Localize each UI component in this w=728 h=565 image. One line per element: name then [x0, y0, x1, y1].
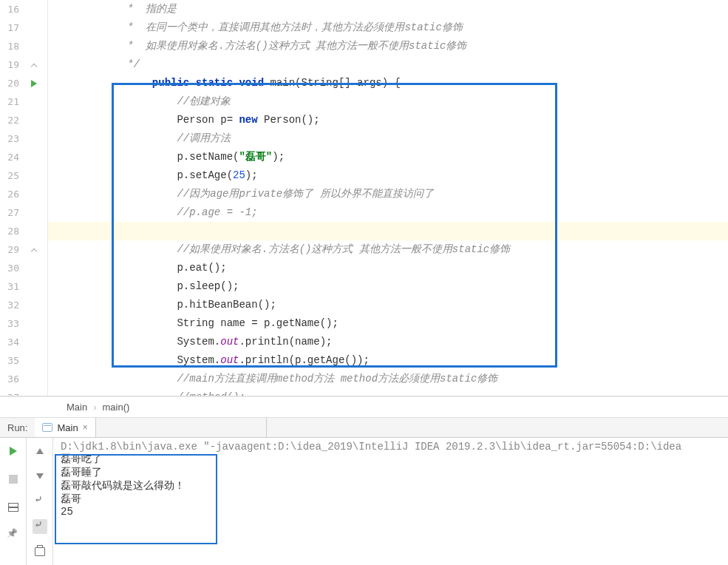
command-line: D:\jdk1.8\bin\java.exe "-javaagent:D:\id…: [61, 441, 721, 453]
play-icon: [10, 447, 17, 456]
code-line[interactable]: p.eat();: [48, 259, 728, 277]
line-number: 20: [0, 78, 22, 89]
wrap-icon: [34, 496, 46, 507]
gutter: 1617181920212223242526272829303132333435…: [0, 0, 48, 396]
code-area[interactable]: * 指的是 * 在同一个类中，直接调用其他方法时，其他方法必须使用static修…: [48, 0, 728, 396]
console-line: 磊哥敲代码就是这么得劲！: [61, 479, 721, 493]
run-tabs: Run: Main ×: [0, 418, 728, 438]
scroll-down-button[interactable]: [33, 469, 47, 484]
line-number: 19: [0, 59, 22, 70]
code-line[interactable]: p.setAge(25);: [48, 166, 728, 185]
layout-icon: [8, 503, 18, 512]
run-config-icon: [42, 423, 52, 432]
run-tab-label: Main: [57, 422, 78, 433]
line-number: 21: [0, 96, 22, 107]
breadcrumb[interactable]: Main › main(): [0, 396, 728, 417]
line-number: 31: [0, 281, 22, 292]
run-label: Run:: [0, 422, 35, 433]
code-line[interactable]: //因为age用private修饰了 所以外界不能直接访问了: [48, 185, 728, 203]
layout-button[interactable]: [6, 500, 21, 515]
line-number: 33: [0, 318, 22, 329]
code-line[interactable]: p.sleep();: [48, 277, 728, 296]
run-tab-main[interactable]: Main ×: [35, 418, 95, 437]
line-number: 23: [0, 133, 22, 144]
line-number: 36: [0, 373, 22, 385]
code-line[interactable]: //p.age = -1;: [48, 203, 728, 222]
scroll-to-end-button[interactable]: [33, 519, 47, 534]
line-number: 25: [0, 170, 22, 181]
print-button[interactable]: [33, 544, 47, 559]
console-output[interactable]: D:\jdk1.8\bin\java.exe "-javaagent:D:\id…: [53, 438, 728, 565]
line-number: 29: [0, 244, 22, 255]
line-number: 28: [0, 226, 22, 237]
fold-icon[interactable]: [30, 246, 38, 254]
code-line[interactable]: */: [48, 55, 728, 74]
run-gutter-icon[interactable]: [31, 80, 37, 87]
scroll-up-button[interactable]: [33, 444, 47, 459]
breadcrumb-item[interactable]: Main: [67, 402, 87, 413]
line-number: 27: [0, 207, 22, 218]
code-line[interactable]: * 如果使用对象名.方法名()这种方式 其他方法一般不使用static修饰: [48, 37, 728, 55]
code-line[interactable]: p.hitBeanBean();: [48, 296, 728, 314]
code-line[interactable]: * 指的是: [48, 0, 728, 18]
console-line: 25: [61, 506, 721, 518]
code-line[interactable]: //调用方法: [48, 129, 728, 148]
line-number: 22: [0, 115, 22, 126]
line-number: 26: [0, 189, 22, 200]
print-icon: [35, 547, 45, 556]
code-line[interactable]: * 在同一个类中，直接调用其他方法时，其他方法必须使用static修饰: [48, 18, 728, 37]
divider: [266, 418, 267, 437]
code-line[interactable]: [48, 222, 728, 240]
run-panel: Run: Main × D:\jdk1.: [0, 417, 728, 565]
line-number: 35: [0, 355, 22, 366]
code-editor[interactable]: 1617181920212223242526272829303132333435…: [0, 0, 728, 396]
code-line[interactable]: public static void main(String[] args) {: [48, 74, 728, 92]
code-line[interactable]: p.setName("磊哥");: [48, 148, 728, 166]
breadcrumb-item[interactable]: main(): [103, 402, 130, 413]
line-number: 30: [0, 263, 22, 274]
wrap-icon: [34, 521, 46, 532]
fold-icon[interactable]: [30, 61, 38, 69]
stop-icon: [9, 475, 18, 484]
close-icon[interactable]: ×: [83, 422, 88, 433]
code-line[interactable]: Person p= new Person();: [48, 111, 728, 129]
rerun-button[interactable]: [6, 444, 21, 459]
run-toolbar-inner: [27, 438, 53, 565]
line-number: 16: [0, 4, 22, 15]
code-line[interactable]: //如果使用对象名.方法名()这种方式 其他方法一般不使用static修饰: [48, 240, 728, 259]
stop-button[interactable]: [6, 472, 21, 487]
pin-icon: [8, 530, 18, 541]
arrow-up-icon: [36, 448, 44, 454]
code-line[interactable]: String name = p.getName();: [48, 314, 728, 333]
code-line[interactable]: //main方法直接调用method方法 method方法必须使用static修…: [48, 370, 728, 388]
arrow-down-icon: [36, 473, 44, 479]
console-line: 磊哥吃了: [61, 453, 721, 466]
line-number: 18: [0, 41, 22, 52]
line-number: 32: [0, 300, 22, 311]
line-number: 34: [0, 336, 22, 348]
code-line[interactable]: System.out.println(p.getAge());: [48, 351, 728, 370]
soft-wrap-button[interactable]: [33, 494, 47, 509]
line-number: 17: [0, 22, 22, 33]
code-line[interactable]: System.out.println(name);: [48, 333, 728, 351]
console-line: 磊哥: [61, 493, 721, 506]
code-line[interactable]: //method();: [48, 388, 728, 396]
chevron-right-icon: ›: [93, 402, 96, 413]
pin-button[interactable]: [6, 528, 21, 543]
run-toolbar-left: [0, 438, 27, 565]
code-line[interactable]: //创建对象: [48, 92, 728, 111]
line-number: 24: [0, 152, 22, 163]
console-line: 磊哥睡了: [61, 466, 721, 479]
